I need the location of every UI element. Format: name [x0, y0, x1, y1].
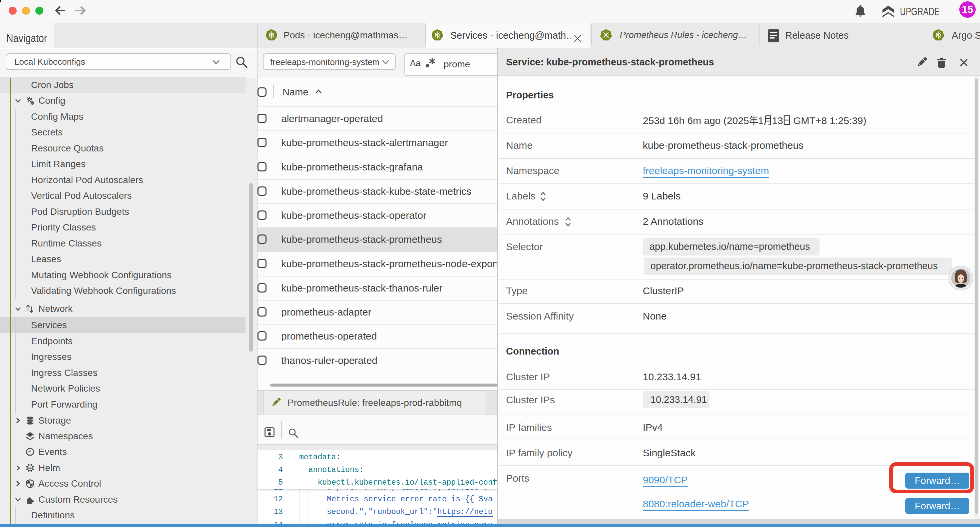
svg-text:HELM: HELM [26, 466, 33, 469]
